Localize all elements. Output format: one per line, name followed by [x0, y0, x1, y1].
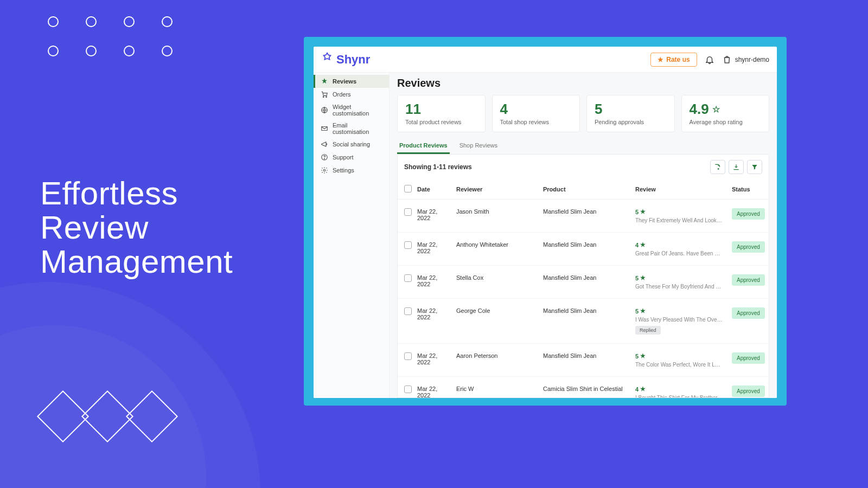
- tab-shop-reviews[interactable]: Shop Reviews: [458, 138, 499, 154]
- tab-product-reviews[interactable]: Product Reviews: [398, 138, 449, 154]
- sidebar-item-support[interactable]: Support: [314, 151, 389, 164]
- metrics-row: 11Total product reviews4Total shop revie…: [397, 95, 769, 132]
- star-icon: ★: [640, 386, 646, 393]
- status-badge: Approved: [732, 208, 765, 220]
- row-product: Mansfield Slim Jean: [539, 299, 631, 344]
- row-checkbox[interactable]: [404, 241, 412, 249]
- row-reviewer: Jason Smith: [452, 200, 539, 233]
- metric-label: Total product reviews: [405, 119, 477, 125]
- row-checkbox[interactable]: [404, 208, 412, 216]
- row-checkbox[interactable]: [404, 274, 412, 282]
- sidebar-item-orders[interactable]: Orders: [314, 88, 389, 101]
- sidebar-item-label: Reviews: [333, 78, 356, 85]
- table-row: Mar 22, 2022Aaron PetersonMansfield Slim…: [398, 344, 769, 377]
- sidebar-item-reviews[interactable]: Reviews: [314, 75, 389, 88]
- logo-icon: [321, 52, 333, 67]
- svg-point-0: [323, 97, 324, 98]
- sidebar-item-label: Support: [333, 154, 354, 160]
- brand-name: Shynr: [336, 53, 370, 67]
- hero-line-1: Effortless: [40, 176, 233, 210]
- star-icon: ★: [640, 241, 646, 248]
- shop-switcher[interactable]: shynr-demo: [722, 55, 769, 65]
- status-badge: Approved: [732, 307, 765, 319]
- svg-point-1: [326, 97, 327, 98]
- row-snippet: I Bought This Shirt For My Brother An: [635, 395, 723, 398]
- status-badge: Approved: [732, 274, 765, 286]
- col-review-header[interactable]: Review: [631, 179, 727, 200]
- row-reviewer: Aaron Peterson: [452, 344, 539, 377]
- table-row: Mar 22, 2022Stella CoxMansfield Slim Jea…: [398, 266, 769, 299]
- sidebar-item-label: Orders: [333, 91, 351, 98]
- row-checkbox[interactable]: [404, 307, 412, 315]
- sidebar-item-email-customisation[interactable]: Email customisation: [314, 119, 389, 138]
- status-badge: Approved: [732, 352, 765, 364]
- row-rating: 5 ★: [635, 274, 723, 281]
- sidebar-item-social-sharing[interactable]: Social sharing: [314, 138, 389, 151]
- main-panel: Reviews 11Total product reviews4Total sh…: [390, 73, 777, 398]
- row-checkbox[interactable]: [404, 352, 412, 360]
- row-reviewer: Anthony Whitetaker: [452, 233, 539, 266]
- hero-headline: Effortless Review Management: [40, 176, 233, 279]
- sidebar-item-settings[interactable]: Settings: [314, 164, 389, 177]
- metric-value: 4.9 ☆: [690, 101, 762, 118]
- metric-card: 5Pending approvals: [586, 95, 675, 132]
- row-date: Mar 22, 2022: [413, 299, 452, 344]
- row-review: 5 ★The Color Was Perfect, Wore It Last N: [631, 344, 727, 377]
- sidebar-item-widget-customisation[interactable]: Widget customisation: [314, 101, 389, 119]
- row-date: Mar 22, 2022: [413, 266, 452, 299]
- download-button[interactable]: [729, 160, 744, 174]
- star-icon: ★: [640, 208, 646, 215]
- filter-button[interactable]: [747, 160, 762, 174]
- notifications-icon[interactable]: [705, 55, 714, 65]
- metric-label: Average shop rating: [690, 119, 762, 125]
- page-title: Reviews: [397, 77, 769, 89]
- col-status-header[interactable]: Status: [727, 179, 769, 200]
- row-snippet: They Fit Extremely Well And Look Am: [635, 217, 723, 223]
- col-product-header[interactable]: Product: [539, 179, 631, 200]
- topbar: Shynr ★ Rate us shynr-demo: [314, 47, 777, 73]
- hero-line-2: Review: [40, 210, 233, 245]
- row-rating: 4 ★: [635, 386, 723, 393]
- metric-label: Total shop reviews: [500, 119, 572, 125]
- reviews-table: Date Reviewer Product Review Status Mar …: [397, 179, 769, 398]
- row-reviewer: Eric W: [452, 377, 539, 399]
- col-reviewer-header[interactable]: Reviewer: [452, 179, 539, 200]
- rate-us-button[interactable]: ★ Rate us: [650, 53, 697, 67]
- cart-icon: [321, 91, 328, 98]
- sidebar-item-label: Email customisation: [333, 122, 385, 135]
- row-date: Mar 22, 2022: [413, 344, 452, 377]
- sidebar-item-label: Widget customisation: [333, 104, 385, 117]
- row-product: Mansfield Slim Jean: [539, 233, 631, 266]
- app-frame: Shynr ★ Rate us shynr-demo ReviewsOrders…: [304, 37, 787, 406]
- showing-count: Showing 1-11 reviews: [404, 163, 472, 171]
- shop-name: shynr-demo: [735, 56, 769, 63]
- review-type-tabs: Product ReviewsShop Reviews: [397, 138, 769, 154]
- row-reviewer: Stella Cox: [452, 266, 539, 299]
- star-icon: ★: [640, 307, 646, 314]
- row-review: 5 ★I Was Very Pleased With The OverallRe…: [631, 299, 727, 344]
- replied-badge: Replied: [635, 326, 661, 335]
- row-date: Mar 22, 2022: [413, 200, 452, 233]
- help-icon: [321, 153, 328, 161]
- row-review: 4 ★I Bought This Shirt For My Brother An: [631, 377, 727, 399]
- brand-logo[interactable]: Shynr: [321, 52, 370, 67]
- row-snippet: I Was Very Pleased With The Overall: [635, 317, 723, 323]
- sidebar-item-label: Settings: [333, 167, 354, 174]
- row-checkbox[interactable]: [404, 386, 412, 393]
- row-review: 4 ★Great Pair Of Jeans. Have Been Using: [631, 233, 727, 266]
- svg-point-6: [323, 169, 326, 171]
- export-button[interactable]: [710, 160, 725, 174]
- star-outline-icon: ☆: [712, 104, 720, 114]
- row-review: 5 ★They Fit Extremely Well And Look Am: [631, 200, 727, 233]
- star-icon: [321, 78, 328, 85]
- table-row: Mar 22, 2022George ColeMansfield Slim Je…: [398, 299, 769, 344]
- row-product: Mansfield Slim Jean: [539, 266, 631, 299]
- col-date-header[interactable]: Date: [413, 179, 452, 200]
- megaphone-icon: [321, 140, 328, 148]
- select-all-checkbox[interactable]: [404, 185, 412, 192]
- status-badge: Approved: [732, 241, 765, 253]
- decor-dots: [48, 13, 200, 72]
- metric-value: 11: [405, 101, 477, 118]
- row-snippet: The Color Was Perfect, Wore It Last N: [635, 362, 723, 368]
- row-date: Mar 22, 2022: [413, 233, 452, 266]
